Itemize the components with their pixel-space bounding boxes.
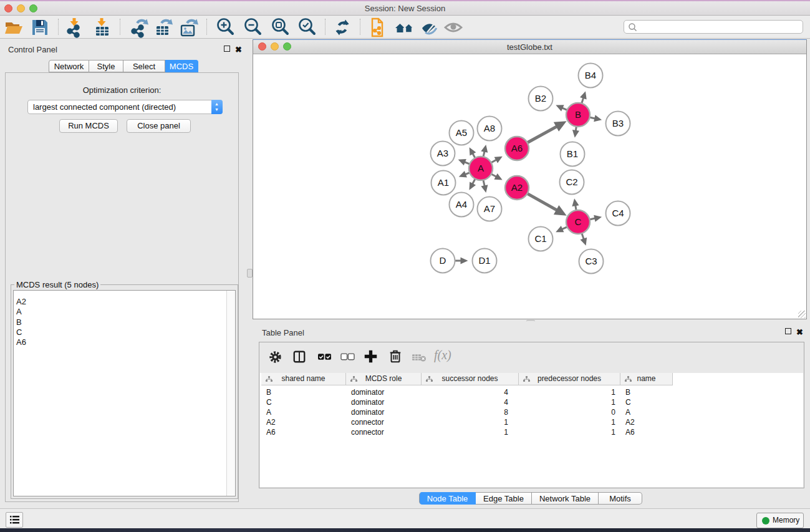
save-session-icon[interactable] xyxy=(29,17,51,38)
table-cell[interactable]: A2 xyxy=(266,417,276,427)
add-column-icon[interactable] xyxy=(364,349,385,370)
search-input[interactable] xyxy=(624,20,803,34)
refresh-icon[interactable] xyxy=(332,17,353,38)
deselect-all-columns-icon[interactable] xyxy=(340,350,361,371)
optimization-criterion-dropdown[interactable]: largest connected component (directed) ▲… xyxy=(27,100,223,114)
table-cell[interactable]: B xyxy=(625,387,630,397)
edge-arrowhead xyxy=(594,115,602,122)
show-all-icon[interactable] xyxy=(443,17,464,38)
split-columns-icon[interactable] xyxy=(292,350,314,371)
table-cell[interactable]: 8 xyxy=(422,407,508,417)
select-all-columns-icon[interactable] xyxy=(317,350,338,371)
column-header-predecessor-nodes[interactable]: predecessor nodes xyxy=(519,373,620,385)
network-canvas[interactable]: B4B2BB3A5A8A6B1A3AC2A1A2A4A7C4CC1C3DD1 xyxy=(253,55,806,319)
zoom-out-icon[interactable] xyxy=(243,17,264,38)
column-header-successor-nodes[interactable]: successor nodes xyxy=(422,373,519,385)
window-resize-grip[interactable] xyxy=(798,311,806,318)
task-history-button[interactable] xyxy=(6,512,23,528)
table-cell[interactable]: A2 xyxy=(625,417,635,427)
table-cell[interactable]: C xyxy=(266,397,272,407)
table-cell[interactable]: B xyxy=(266,387,271,397)
mcds-result-title: MCDS result (5 nodes) xyxy=(14,280,100,289)
hide-selected-icon[interactable] xyxy=(419,17,440,38)
table-panel-float-icon[interactable] xyxy=(785,328,791,334)
table-tab-edge-table[interactable]: Edge Table xyxy=(476,492,532,505)
delete-column-icon[interactable] xyxy=(388,349,409,370)
network-window-titlebar[interactable]: testGlobe.txt xyxy=(253,40,806,54)
table-cell[interactable]: 1 xyxy=(519,387,615,397)
node-table: shared nameMCDS rolesuccessor nodesprede… xyxy=(260,373,803,487)
table-cell[interactable]: connector xyxy=(351,417,384,427)
edge-arrowhead xyxy=(481,185,488,193)
zoom-selected-icon[interactable] xyxy=(297,17,318,38)
column-header-MCDS-role[interactable]: MCDS role xyxy=(346,373,422,385)
table-cell[interactable]: 1 xyxy=(422,417,508,427)
network-window-title: testGlobe.txt xyxy=(253,42,806,52)
table-cell[interactable]: 1 xyxy=(519,427,615,437)
table-cell[interactable]: 1 xyxy=(519,397,615,407)
memory-button[interactable]: Memory xyxy=(756,513,804,528)
graph-edge-A2-C[interactable] xyxy=(526,193,557,211)
table-cell[interactable]: 0 xyxy=(519,407,615,417)
node-label-C2: C2 xyxy=(566,177,577,187)
mcds-result-item[interactable]: C xyxy=(14,327,235,337)
delete-table-icon[interactable] xyxy=(411,351,432,372)
import-table-icon[interactable] xyxy=(92,17,113,38)
function-builder-icon[interactable]: f(x) xyxy=(434,348,459,369)
mcds-result-item[interactable]: A6 xyxy=(14,337,235,347)
node-label-B2: B2 xyxy=(535,93,546,104)
mcds-result-item[interactable]: B xyxy=(14,317,235,327)
table-cell[interactable]: 1 xyxy=(422,427,508,437)
open-session-icon[interactable] xyxy=(3,17,24,38)
control-panel-float-icon[interactable] xyxy=(224,46,230,52)
table-cell[interactable]: A6 xyxy=(625,427,635,437)
close-panel-button[interactable]: Close panel xyxy=(127,119,191,133)
memory-status-icon xyxy=(762,517,769,525)
zoom-fit-icon[interactable] xyxy=(270,17,291,38)
node-label-A8: A8 xyxy=(484,123,495,133)
table-tab-motifs[interactable]: Motifs xyxy=(599,492,642,505)
import-network-icon[interactable] xyxy=(64,17,85,38)
mcds-result-scrollbar[interactable] xyxy=(226,291,235,496)
column-header-shared-name[interactable]: shared name xyxy=(261,373,346,385)
mcds-result-list[interactable]: A2ABCA6 xyxy=(13,290,236,496)
vertical-splitter-grip[interactable] xyxy=(247,269,253,278)
table-tab-network-table[interactable]: Network Table xyxy=(532,492,599,505)
new-network-from-selection-icon[interactable] xyxy=(367,17,388,38)
table-cell[interactable]: 4 xyxy=(422,397,508,407)
table-settings-icon[interactable] xyxy=(269,351,290,372)
node-label-A3: A3 xyxy=(437,148,448,158)
export-network-icon[interactable] xyxy=(128,17,150,38)
node-label-D1: D1 xyxy=(478,255,490,266)
node-label-A6: A6 xyxy=(511,143,523,153)
node-label-D: D xyxy=(440,255,446,266)
table-cell[interactable]: A6 xyxy=(266,427,276,437)
column-header-name[interactable]: name xyxy=(620,373,673,385)
control-tab-mcds[interactable]: MCDS xyxy=(165,60,198,72)
control-tab-select[interactable]: Select xyxy=(123,60,165,72)
first-neighbors-icon[interactable] xyxy=(394,17,415,38)
graph-edge-A6-B[interactable] xyxy=(526,126,557,143)
control-tab-style[interactable]: Style xyxy=(89,60,123,72)
table-tab-node-table[interactable]: Node Table xyxy=(419,492,476,505)
table-cell[interactable]: dominator xyxy=(351,407,384,417)
table-cell[interactable]: dominator xyxy=(351,387,384,397)
control-panel-close-icon[interactable]: ✖ xyxy=(235,46,242,54)
zoom-in-icon[interactable] xyxy=(215,17,236,38)
control-tab-network[interactable]: Network xyxy=(49,60,89,72)
mcds-result-item[interactable]: A xyxy=(14,307,235,317)
table-cell[interactable]: 1 xyxy=(519,417,615,427)
table-cell[interactable]: C xyxy=(625,397,631,407)
export-image-icon[interactable] xyxy=(178,17,200,38)
mcds-result-item[interactable]: A2 xyxy=(14,297,235,307)
table-cell[interactable]: A xyxy=(266,407,271,417)
table-cell[interactable]: 4 xyxy=(422,387,508,397)
table-cell[interactable]: connector xyxy=(351,427,384,437)
table-panel-close-icon[interactable]: ✖ xyxy=(796,329,803,336)
node-label-A5: A5 xyxy=(456,127,467,138)
dropdown-value: largest connected component (directed) xyxy=(33,102,176,112)
export-table-icon[interactable] xyxy=(153,17,174,38)
run-mcds-button[interactable]: Run MCDS xyxy=(59,119,118,133)
table-cell[interactable]: A xyxy=(625,407,630,417)
table-cell[interactable]: dominator xyxy=(351,397,384,407)
